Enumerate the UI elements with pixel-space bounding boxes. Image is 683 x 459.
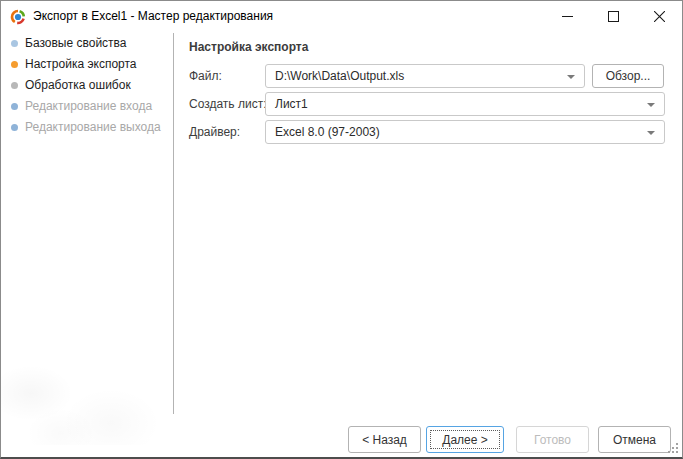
step-label: Базовые свойства xyxy=(25,36,127,50)
finish-button: Готово xyxy=(516,426,589,453)
step-label: Редактирование входа xyxy=(25,99,152,113)
step-export-settings[interactable]: Настройка экспорта xyxy=(1,54,173,74)
step-dot-icon xyxy=(11,124,18,131)
minimize-button[interactable] xyxy=(544,1,590,32)
step-label: Обработка ошибок xyxy=(25,78,131,92)
driver-label: Драйвер: xyxy=(189,120,240,144)
step-label: Настройка экспорта xyxy=(25,57,137,71)
chevron-down-icon[interactable] xyxy=(647,131,655,135)
step-dot-icon xyxy=(11,82,18,89)
page-title: Настройка экспорта xyxy=(189,40,308,54)
sheet-label: Создать лист: xyxy=(189,92,266,116)
sheet-combobox[interactable]: Лист1 xyxy=(265,92,665,116)
sidebar-divider xyxy=(173,33,174,414)
wizard-dialog: Экспорт в Excel1 - Мастер редактирования… xyxy=(0,0,683,459)
step-output-editing: Редактирование выхода xyxy=(1,117,173,137)
step-error-handling[interactable]: Обработка ошибок xyxy=(1,75,173,95)
maximize-button[interactable] xyxy=(590,1,636,32)
step-dot-icon xyxy=(11,61,18,68)
chevron-down-icon[interactable] xyxy=(567,75,575,79)
resize-grip[interactable] xyxy=(666,441,679,454)
step-label: Редактирование выхода xyxy=(25,120,161,134)
driver-combobox[interactable]: Excel 8.0 (97-2003) xyxy=(265,120,665,144)
close-icon xyxy=(654,11,665,22)
next-button-label: Далее > xyxy=(442,433,488,447)
chevron-down-icon[interactable] xyxy=(647,103,655,107)
wizard-steps-sidebar: Базовые свойства Настройка экспорта Обра… xyxy=(1,33,173,411)
file-path-combobox[interactable]: D:\Work\Data\Output.xls xyxy=(265,64,585,88)
app-icon xyxy=(10,9,26,25)
sheet-value: Лист1 xyxy=(275,93,308,115)
back-button[interactable]: < Назад xyxy=(348,426,421,453)
next-button[interactable]: Далее > xyxy=(426,426,504,453)
step-dot-icon xyxy=(11,40,18,47)
close-button[interactable] xyxy=(636,1,682,32)
step-dot-icon xyxy=(11,103,18,110)
step-basic-properties[interactable]: Базовые свойства xyxy=(1,33,173,53)
window-title: Экспорт в Excel1 - Мастер редактирования xyxy=(33,1,273,32)
step-input-editing: Редактирование входа xyxy=(1,96,173,116)
driver-value: Excel 8.0 (97-2003) xyxy=(275,121,380,143)
file-path-value: D:\Work\Data\Output.xls xyxy=(275,65,404,87)
cancel-button[interactable]: Отмена xyxy=(598,426,671,453)
sidebar-texture xyxy=(1,253,173,445)
file-label: Файл: xyxy=(189,64,222,88)
browse-button[interactable]: Обзор... xyxy=(592,64,664,88)
maximize-icon xyxy=(608,11,619,22)
minimize-icon xyxy=(562,11,573,22)
title-bar[interactable]: Экспорт в Excel1 - Мастер редактирования xyxy=(1,1,682,33)
